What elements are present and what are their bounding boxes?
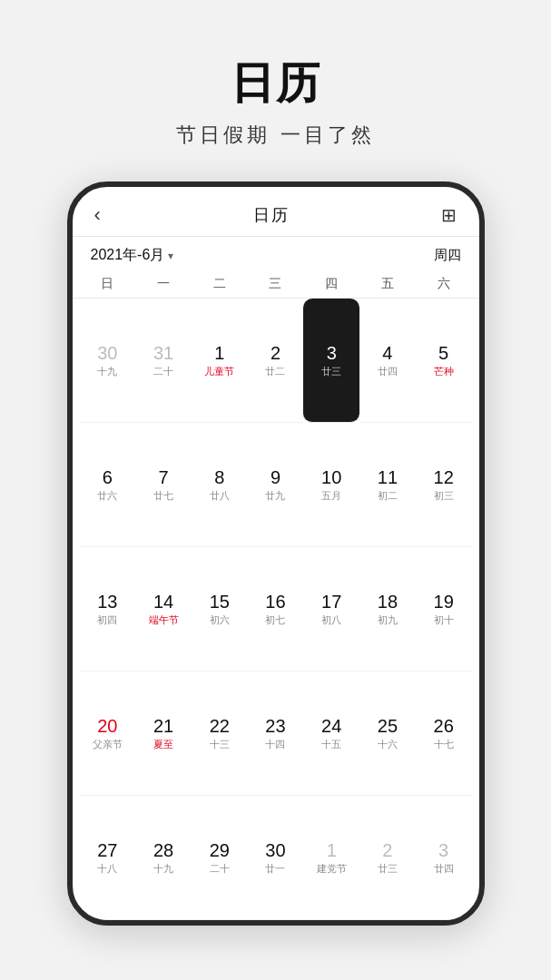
day-cell[interactable]: 22十三	[192, 671, 248, 796]
day-cell[interactable]: 11初二	[359, 423, 416, 547]
day-cell[interactable]: 24十五	[303, 671, 359, 796]
day-cell[interactable]: 28十九	[135, 796, 192, 920]
day-number: 21	[153, 715, 173, 737]
day-number: 29	[210, 839, 230, 861]
header-title: 日历	[253, 204, 290, 226]
day-cell[interactable]: 3廿三	[303, 299, 359, 423]
day-cell[interactable]: 23十四	[248, 671, 304, 796]
day-number: 7	[159, 466, 169, 488]
weekday-header-cell: 三	[248, 270, 304, 298]
day-number: 14	[153, 591, 173, 612]
day-number: 1	[327, 839, 337, 861]
day-cell[interactable]: 30廿一	[248, 796, 304, 920]
day-cell[interactable]: 3廿四	[416, 796, 472, 920]
day-sublabel: 廿三	[321, 366, 341, 377]
day-number: 10	[321, 466, 341, 488]
day-number: 13	[97, 591, 117, 612]
day-number: 12	[434, 466, 454, 488]
day-sublabel: 廿九	[265, 490, 285, 502]
day-cell[interactable]: 4廿四	[359, 299, 416, 423]
day-cell[interactable]: 15初六	[192, 547, 248, 671]
day-cell[interactable]: 19初十	[416, 547, 472, 671]
day-sublabel: 初十	[434, 614, 454, 626]
day-number: 15	[210, 591, 230, 612]
day-cell[interactable]: 5芒种	[416, 299, 472, 423]
day-number: 17	[321, 591, 341, 612]
day-sublabel: 初六	[210, 614, 230, 626]
day-cell[interactable]: 20父亲节	[80, 671, 136, 796]
day-number: 27	[97, 839, 117, 861]
app-title: 日历	[231, 54, 321, 113]
day-number: 23	[265, 715, 285, 737]
day-number: 31	[153, 342, 173, 364]
weekday-header-cell: 六	[416, 270, 472, 298]
day-sublabel: 初四	[97, 614, 117, 626]
day-number: 24	[321, 715, 341, 737]
day-cell[interactable]: 27十八	[80, 796, 136, 920]
day-number: 11	[378, 466, 398, 488]
day-cell[interactable]: 29二十	[192, 796, 248, 920]
day-number: 26	[434, 715, 454, 737]
day-number: 22	[210, 715, 230, 737]
day-sublabel: 十八	[97, 863, 117, 875]
day-number: 28	[153, 839, 173, 861]
day-sublabel: 端午节	[149, 614, 179, 626]
weekday-header-cell: 四	[303, 270, 359, 298]
weekday-header-cell: 日	[80, 270, 136, 298]
day-sublabel: 廿四	[378, 366, 398, 377]
day-sublabel: 廿四	[434, 863, 454, 875]
day-cell[interactable]: 30十九	[80, 299, 136, 423]
day-number: 30	[265, 839, 285, 861]
back-button[interactable]: ‹	[94, 203, 101, 227]
day-number: 8	[214, 466, 224, 488]
day-cell[interactable]: 16初七	[248, 547, 304, 671]
day-sublabel: 十三	[210, 739, 230, 750]
day-sublabel: 廿六	[97, 490, 117, 502]
day-number: 20	[97, 715, 117, 737]
day-cell[interactable]: 25十六	[359, 671, 416, 796]
day-sublabel: 二十	[210, 863, 230, 875]
day-cell[interactable]: 1建党节	[303, 796, 359, 920]
day-cell[interactable]: 18初九	[359, 547, 416, 671]
day-sublabel: 初九	[378, 614, 398, 626]
day-sublabel: 二十	[153, 366, 173, 377]
day-number: 3	[438, 839, 448, 861]
day-cell[interactable]: 14端午节	[135, 547, 192, 671]
day-cell[interactable]: 10五月	[303, 423, 359, 547]
day-cell[interactable]: 6廿六	[80, 423, 136, 547]
weekday-header: 日一二三四五六	[73, 270, 479, 299]
day-number: 4	[382, 342, 392, 364]
day-sublabel: 初八	[321, 614, 341, 626]
day-sublabel: 初二	[378, 490, 398, 502]
day-cell[interactable]: 8廿八	[192, 423, 248, 547]
day-cell[interactable]: 13初四	[80, 547, 136, 671]
day-number: 30	[97, 342, 117, 364]
day-cell[interactable]: 2廿三	[359, 796, 416, 920]
day-sublabel: 十九	[153, 863, 173, 875]
day-sublabel: 十六	[378, 739, 398, 750]
day-number: 2	[382, 839, 392, 861]
day-cell[interactable]: 17初八	[303, 547, 359, 671]
day-cell[interactable]: 31二十	[135, 299, 192, 423]
day-sublabel: 十四	[265, 739, 285, 750]
day-sublabel: 夏至	[153, 739, 173, 750]
day-sublabel: 十七	[434, 739, 454, 750]
day-cell[interactable]: 26十七	[416, 671, 472, 796]
day-cell[interactable]: 12初三	[416, 423, 472, 547]
day-cell[interactable]: 1儿童节	[192, 299, 248, 423]
day-cell[interactable]: 2廿二	[248, 299, 304, 423]
month-label[interactable]: 2021年-6月 ▾	[91, 246, 174, 265]
calendar-grid-icon[interactable]: ⊞	[441, 204, 457, 226]
day-sublabel: 五月	[321, 490, 341, 502]
day-cell[interactable]: 7廿七	[135, 423, 192, 547]
app-subtitle: 节日假期 一目了然	[176, 122, 374, 149]
day-number: 5	[438, 342, 448, 364]
day-cell[interactable]: 9廿九	[248, 423, 304, 547]
day-sublabel: 初三	[434, 490, 454, 502]
day-sublabel: 廿七	[153, 490, 173, 502]
day-cell[interactable]: 21夏至	[135, 671, 192, 796]
day-number: 6	[103, 466, 113, 488]
day-number: 18	[378, 591, 398, 612]
day-sublabel: 十九	[97, 366, 117, 377]
day-sublabel: 父亲节	[93, 739, 123, 750]
